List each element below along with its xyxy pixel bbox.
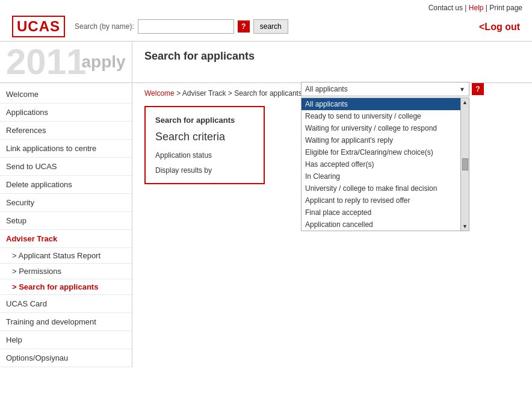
content-row: Search for applicants Search criteria Ap… — [144, 106, 520, 231]
sidebar-item-references[interactable]: References — [0, 122, 132, 140]
breadcrumb-adviser-track: Adviser Track — [182, 89, 226, 98]
breadcrumb-welcome[interactable]: Welcome — [144, 89, 175, 98]
listbox-item-4[interactable]: Eligible for Extra/Clearing/new choice(s… — [302, 146, 460, 158]
scroll-up-arrow[interactable]: ▲ — [462, 99, 468, 105]
contact-us-text: Contact us — [428, 4, 463, 12]
header-links: Contact us | Help | Print page — [0, 0, 532, 12]
search-controls: Search (by name): ? search — [75, 19, 288, 34]
sidebar-item-setup[interactable]: Setup — [0, 212, 132, 230]
banner-title-row: 2011 apply Search for applicants — [0, 42, 532, 82]
search-help-button[interactable]: ? — [238, 20, 250, 33]
logout-button[interactable]: <Log out — [479, 22, 520, 33]
listbox-item-5[interactable]: Has accepted offer(s) — [302, 158, 460, 170]
listbox-item-1[interactable]: Ready to send to university / college — [302, 110, 460, 122]
sidebar-item-delete-applications[interactable]: Delete applications — [0, 176, 132, 194]
help-link[interactable]: Help — [469, 4, 484, 12]
sidebar-item-ucas-card[interactable]: UCAS Card — [0, 295, 132, 313]
dropdown-help-button[interactable]: ? — [472, 83, 484, 95]
search-logout-row: UCAS Search (by name): ? search <Log out — [0, 12, 532, 41]
application-status-row: Application status — [155, 151, 254, 160]
search-input[interactable] — [138, 19, 234, 34]
scroll-thumb[interactable] — [462, 158, 468, 170]
search-form-box: Search for applicants Search criteria Ap… — [144, 106, 265, 184]
sidebar-item-welcome[interactable]: Welcome — [0, 85, 132, 104]
listbox-item-0[interactable]: All applicants — [302, 98, 460, 110]
status-listbox: All applicants Ready to send to universi… — [301, 98, 469, 231]
listbox-item-3[interactable]: Waiting for applicant's reply — [302, 134, 460, 146]
ucas-logo: UCAS — [12, 16, 65, 37]
dropdown-arrow-icon: ▼ — [459, 86, 465, 93]
sidebar-item-applications[interactable]: Applications — [0, 104, 132, 122]
display-results-row: Display results by — [155, 166, 254, 175]
listbox-item-9[interactable]: Final place accepted — [302, 206, 460, 219]
sidebar-item-help[interactable]: Help — [0, 331, 132, 349]
breadcrumb-sep1: > — [175, 89, 182, 98]
sidebar-item-search-applicants[interactable]: > Search for applicants — [0, 279, 132, 295]
apply-word: apply — [81, 52, 125, 72]
sidebar-item-options[interactable]: Options/Opsiynau — [0, 349, 132, 367]
listbox-item-2[interactable]: Waiting for university / college to resp… — [302, 122, 460, 134]
sidebar-item-training[interactable]: Training and development — [0, 313, 132, 331]
search-form-title: Search for applicants — [155, 116, 254, 125]
listbox-scrollbar[interactable]: ▲ ▼ — [460, 98, 469, 231]
search-by-name-label: Search (by name): — [75, 22, 134, 31]
sidebar-item-link-applications[interactable]: Link applications to centre — [0, 140, 132, 158]
apply-banner: 2011 apply — [0, 42, 132, 82]
listbox-item-7[interactable]: University / college to make final decis… — [302, 182, 460, 194]
sidebar-item-send-ucas[interactable]: Send to UCAS — [0, 158, 132, 176]
sidebar-item-applicant-status-report[interactable]: > Applicant Status Report — [0, 248, 132, 264]
logout-area: <Log out — [479, 20, 520, 33]
listbox-item-10[interactable]: Application cancelled — [302, 219, 460, 231]
status-select-value: All applicants — [305, 85, 348, 93]
breadcrumb-current: Search for applicants — [234, 89, 302, 98]
top-section: Contact us | Help | Print page UCAS Sear… — [0, 0, 532, 83]
listbox-item-6[interactable]: In Clearing — [302, 170, 460, 182]
dropdown-area: All applicants ▼ All applicants Ready to… — [301, 82, 484, 231]
sidebar: Welcome Applications References Link app… — [0, 83, 132, 367]
search-submit-button[interactable]: search — [253, 19, 288, 34]
page-title: Search for applicants — [144, 50, 520, 63]
breadcrumb-sep2: > — [226, 89, 235, 98]
status-dropdown-wrapper: All applicants ▼ All applicants Ready to… — [301, 82, 469, 231]
apply-year: 2011 — [6, 44, 86, 80]
content-area: Welcome > Adviser Track > Search for app… — [132, 83, 532, 367]
listbox-items: All applicants Ready to send to universi… — [302, 98, 460, 231]
main-layout: Welcome Applications References Link app… — [0, 83, 532, 367]
listbox-item-8[interactable]: Applicant to reply to revised offer — [302, 194, 460, 206]
page-title-area: Search for applicants — [132, 42, 532, 82]
status-select-display[interactable]: All applicants ▼ — [301, 82, 469, 96]
print-link[interactable]: Print page — [489, 4, 522, 12]
application-status-label: Application status — [155, 151, 212, 160]
status-select-row: All applicants ▼ — [301, 82, 469, 96]
sidebar-item-security[interactable]: Security — [0, 194, 132, 212]
sidebar-item-adviser-track[interactable]: Adviser Track — [0, 230, 132, 248]
search-criteria-heading: Search criteria — [155, 131, 254, 143]
scroll-down-arrow[interactable]: ▼ — [462, 223, 468, 229]
display-results-label: Display results by — [155, 166, 212, 175]
sidebar-item-permissions[interactable]: > Permissions — [0, 264, 132, 279]
